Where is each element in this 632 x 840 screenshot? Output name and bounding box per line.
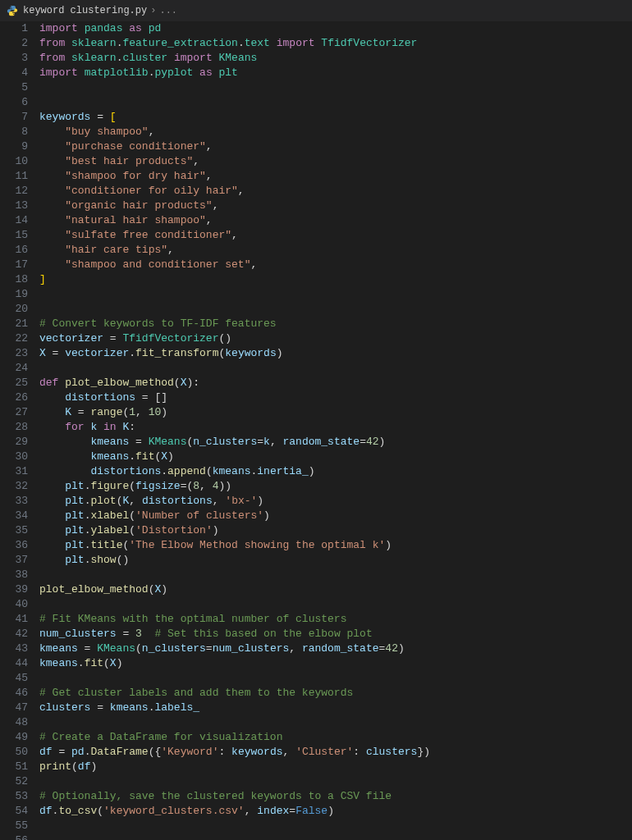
line-number: 31 [0, 464, 28, 479]
line-number: 14 [0, 213, 28, 228]
code-line[interactable] [39, 774, 632, 789]
line-number: 49 [0, 730, 28, 745]
code-line[interactable]: plt.xlabel('Number of clusters') [39, 509, 632, 523]
line-number: 32 [0, 479, 28, 494]
code-line[interactable]: import matplotlib.pyplot as plt [39, 66, 632, 80]
line-number: 16 [0, 243, 28, 258]
code-line[interactable] [39, 597, 632, 612]
line-number: 21 [0, 317, 28, 331]
code-line[interactable]: for k in K: [39, 420, 632, 435]
line-number: 18 [0, 272, 28, 287]
code-line[interactable]: # Convert keywords to TF-IDF features [39, 317, 632, 331]
code-line[interactable]: df = pd.DataFrame({'Keyword': keywords, … [39, 745, 632, 760]
code-line[interactable] [39, 361, 632, 376]
code-line[interactable]: from sklearn.feature_extraction.text imp… [39, 36, 632, 51]
line-number: 11 [0, 169, 28, 184]
code-line[interactable]: kmeans = KMeans(n_clusters=k, random_sta… [39, 435, 632, 450]
code-line[interactable]: kmeans.fit(X) [39, 450, 632, 464]
code-line[interactable]: def plot_elbow_method(X): [39, 376, 632, 390]
line-number: 20 [0, 302, 28, 317]
code-line[interactable]: # Create a DataFrame for visualization [39, 730, 632, 745]
line-number: 36 [0, 538, 28, 553]
code-line[interactable]: # Fit KMeans with the optimal number of … [39, 612, 632, 627]
code-line[interactable] [39, 715, 632, 730]
line-number: 55 [0, 819, 28, 833]
line-number: 1 [0, 21, 28, 36]
code-line[interactable]: "shampoo and conditioner set", [39, 258, 632, 272]
line-number: 29 [0, 435, 28, 450]
code-line[interactable]: clusters = kmeans.labels_ [39, 701, 632, 715]
code-line[interactable] [39, 80, 632, 95]
code-line[interactable]: "natural hair shampoo", [39, 213, 632, 228]
code-line[interactable]: df.to_csv('keyword_clusters.csv', index=… [39, 804, 632, 819]
code-line[interactable]: "sulfate free conditioner", [39, 228, 632, 243]
code-line[interactable]: print(df) [39, 760, 632, 774]
code-line[interactable] [39, 287, 632, 302]
code-line[interactable]: plot_elbow_method(X) [39, 582, 632, 597]
code-line[interactable] [39, 671, 632, 686]
line-number: 35 [0, 523, 28, 538]
line-number: 46 [0, 686, 28, 701]
code-line[interactable]: "organic hair products", [39, 199, 632, 213]
code-line[interactable]: "conditioner for oily hair", [39, 184, 632, 199]
code-line[interactable]: distortions = [] [39, 390, 632, 405]
code-area[interactable]: import pandas as pdfrom sklearn.feature_… [39, 21, 632, 840]
code-line[interactable]: plt.ylabel('Distortion') [39, 523, 632, 538]
code-line[interactable]: vectorizer = TfidfVectorizer() [39, 331, 632, 346]
line-number: 43 [0, 641, 28, 656]
code-line[interactable]: "shampoo for dry hair", [39, 169, 632, 184]
line-number: 4 [0, 66, 28, 80]
line-number: 5 [0, 80, 28, 95]
code-line[interactable] [39, 568, 632, 582]
code-line[interactable]: plt.figure(figsize=(8, 4)) [39, 479, 632, 494]
line-number: 3 [0, 51, 28, 66]
code-line[interactable]: "purchase conditioner", [39, 139, 632, 154]
code-line[interactable]: plt.title('The Elbow Method showing the … [39, 538, 632, 553]
code-line[interactable]: "hair care tips", [39, 243, 632, 258]
line-number: 48 [0, 715, 28, 730]
line-number: 39 [0, 582, 28, 597]
code-line[interactable]: "best hair products", [39, 154, 632, 169]
code-line[interactable]: ] [39, 272, 632, 287]
code-line[interactable]: import pandas as pd [39, 21, 632, 36]
line-number: 7 [0, 110, 28, 125]
line-number: 2 [0, 36, 28, 51]
line-number: 6 [0, 95, 28, 110]
code-line[interactable] [39, 95, 632, 110]
line-number: 45 [0, 671, 28, 686]
code-line[interactable]: # Get cluster labels and add them to the… [39, 686, 632, 701]
code-line[interactable]: K = range(1, 10) [39, 405, 632, 420]
line-number: 37 [0, 553, 28, 568]
line-number: 9 [0, 139, 28, 154]
code-line[interactable]: kmeans = KMeans(n_clusters=num_clusters,… [39, 641, 632, 656]
code-line[interactable] [39, 302, 632, 317]
breadcrumb-separator-icon: › [150, 3, 156, 18]
line-number: 34 [0, 509, 28, 523]
code-line[interactable]: "buy shampoo", [39, 125, 632, 139]
line-number: 10 [0, 154, 28, 169]
code-line[interactable] [39, 819, 632, 833]
code-line[interactable]: plt.plot(K, distortions, 'bx-') [39, 494, 632, 509]
code-line[interactable]: from sklearn.cluster import KMeans [39, 51, 632, 66]
code-editor[interactable]: 1234567891011121314151617181920212223242… [0, 21, 632, 840]
breadcrumb-filename[interactable]: keyword clustering.py [23, 3, 147, 18]
line-number: 22 [0, 331, 28, 346]
code-line[interactable]: X = vectorizer.fit_transform(keywords) [39, 346, 632, 361]
line-number-gutter: 1234567891011121314151617181920212223242… [0, 21, 39, 840]
line-number: 23 [0, 346, 28, 361]
line-number: 26 [0, 390, 28, 405]
code-line[interactable]: keywords = [ [39, 110, 632, 125]
line-number: 52 [0, 774, 28, 789]
line-number: 56 [0, 833, 28, 840]
line-number: 13 [0, 199, 28, 213]
code-line[interactable]: # Optionally, save the clustered keyword… [39, 789, 632, 804]
code-line[interactable]: distortions.append(kmeans.inertia_) [39, 464, 632, 479]
code-line[interactable]: plt.show() [39, 553, 632, 568]
code-line[interactable] [39, 833, 632, 840]
code-line[interactable]: num_clusters = 3 # Set this based on the… [39, 627, 632, 641]
line-number: 27 [0, 405, 28, 420]
line-number: 30 [0, 450, 28, 464]
line-number: 44 [0, 656, 28, 671]
breadcrumb-overflow[interactable]: ... [159, 3, 177, 18]
code-line[interactable]: kmeans.fit(X) [39, 656, 632, 671]
